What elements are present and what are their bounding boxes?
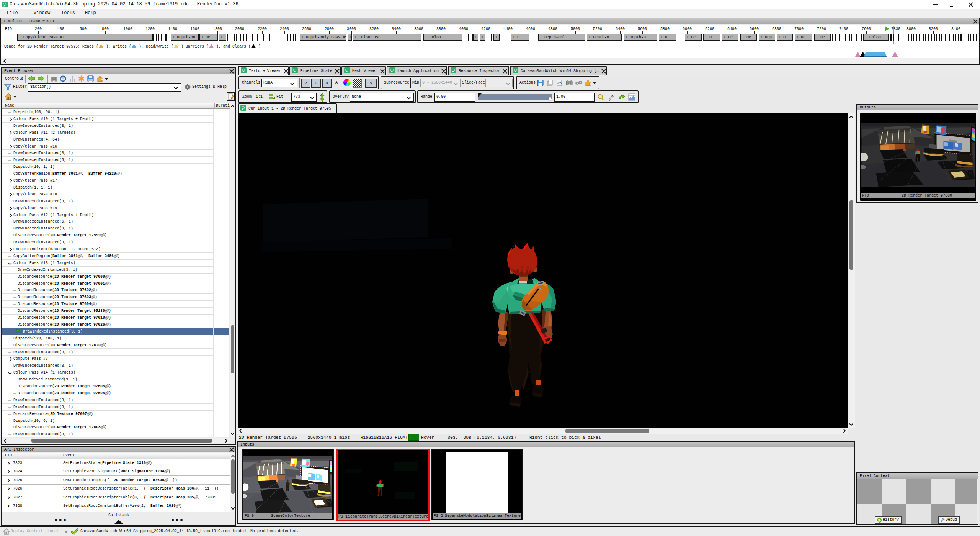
svg-text:<>: <> (557, 82, 562, 86)
